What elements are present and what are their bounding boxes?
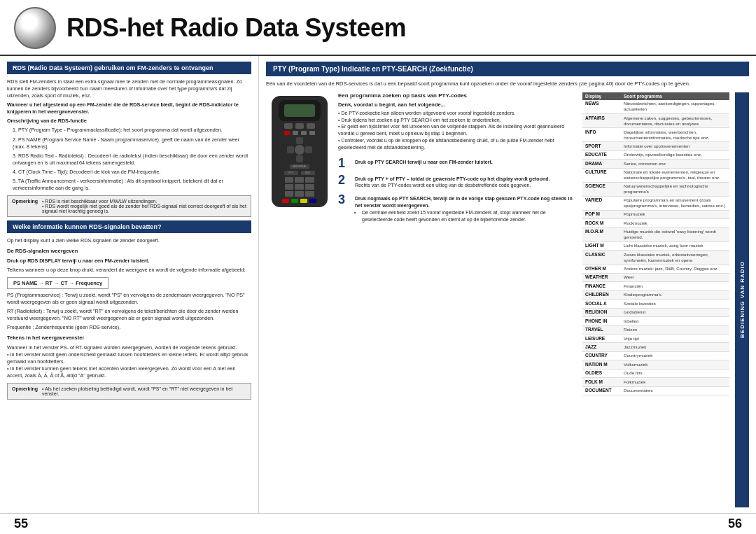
table-cell-display: OLDIES [582, 369, 621, 377]
table-cell-display: DOCUMENT [582, 386, 621, 395]
remote-num-5[interactable] [295, 184, 304, 190]
remote-red-btn[interactable] [282, 199, 289, 203]
step1-text: Druk op PTY SEARCH terwijl u naar een FM… [355, 157, 493, 166]
right-bottom: RDS.DISPLAY PTY SCH [266, 92, 749, 507]
table-cell-display: OTHER M [582, 265, 621, 273]
step2-bold: Druk op PTY + of PTY – totdat de gewenst… [355, 176, 550, 181]
right-section-header: PTY (Program Type) Indicatie en PTY-SEAR… [266, 62, 749, 76]
step1: 1 Druk op PTY SEARCH terwijl u naar een … [338, 157, 577, 169]
remote-dpad-down[interactable] [296, 155, 303, 162]
section2-instruction: Druk op RDS DISPLAY terwijl u naar een F… [7, 258, 251, 265]
flow-text: PS NAME → RT → CT → Frequency [13, 280, 102, 286]
remote-dpad-right[interactable] [305, 146, 312, 153]
section1-title: RDS (Radio Data Systeem) gebruiken om FM… [13, 64, 214, 71]
section1-header: RDS (Radio Data Systeem) gebruiken om FM… [7, 62, 251, 74]
remote-dpad-center[interactable] [295, 145, 304, 155]
table-cell-display: DRAMA [582, 160, 621, 168]
table-cell-program: Populaire programma's en amusement (zoal… [621, 196, 729, 210]
table-row: CULTURENationale en lokale evenementen, … [582, 168, 729, 182]
vertical-bar: BEDIENING VAN RADIO [735, 92, 749, 507]
step3-number: 3 [338, 193, 351, 206]
remote-num-3[interactable] [305, 177, 314, 183]
table-cell-program: Rockmuziek [621, 219, 729, 227]
table-cell-display: FINANCE [582, 282, 621, 290]
section2-intro: Op het display kunt u zien welke RDS-sig… [7, 237, 251, 244]
remote-dpad [287, 137, 312, 162]
table-row: FOLK MFolkmuziek [582, 378, 729, 386]
table-row: VARIEDPopulaire programma's en amusement… [582, 196, 729, 210]
section1-item2: 2. PS NAME (Program Service Name - Naam … [13, 136, 251, 150]
col-display: Display [582, 92, 621, 100]
section1-item3: 3. RDS Radio Text - Radiotekst) : Decode… [13, 153, 251, 167]
table-cell-display: VARIED [582, 196, 621, 210]
remote-green-btn[interactable] [291, 199, 298, 203]
remote-blue-btn[interactable] [309, 199, 316, 203]
table-cell-display: FOLK M [582, 378, 621, 386]
remote-num-7[interactable] [285, 191, 294, 197]
table-cell-display: NATION M [582, 360, 621, 369]
remote-dpad-up[interactable] [296, 137, 303, 144]
table-cell-program: Godsdienst [621, 308, 729, 316]
section2-title: Welke informatie kunnen RDS-signalen bev… [13, 223, 161, 230]
table-cell-display: ROCK M [582, 219, 621, 227]
table-cell-program: Volksmuziek [621, 360, 729, 369]
table-row: LEISUREVrije tijd [582, 335, 729, 343]
section1-item5: 5. TA (Traffic Announcement - verkeersin… [13, 178, 251, 192]
remote-control: RDS.DISPLAY PTY SCH [272, 96, 328, 207]
note1-text: • RDS is niet beschikbaar voor MW/LW uit… [42, 199, 246, 213]
table-cell-program: Documentaires [621, 386, 729, 395]
logo [14, 7, 56, 49]
right-panel: PTY (Program Type) Indicatie en PTY-SEAR… [259, 56, 756, 513]
tokens-title: Tekens in het weergavevenster [7, 335, 251, 342]
table-cell-display: NEWS [582, 100, 621, 114]
table-row: INFODagelijkse informaties, weerberichte… [582, 128, 729, 142]
right-top-desc: Eén van de voordelen van de RDS-services… [266, 80, 749, 88]
remote-top-buttons [284, 123, 315, 129]
table-cell-display: RELIGION [582, 308, 621, 316]
note1-box: Opmerking • RDS is niet beschikbaar voor… [7, 195, 251, 217]
remote-num-8[interactable] [295, 191, 304, 197]
section2-ps: PS (Programmaservice) : Terwij u zoekt, … [7, 292, 251, 306]
remote-num-4[interactable] [285, 184, 294, 190]
table-cell-display: EDUCATE [582, 150, 621, 159]
table-cell-display: WEATHER [582, 273, 621, 281]
remote-btn-sm-1 [293, 131, 298, 135]
remote-row3: RDS.DISPLAY [290, 164, 309, 169]
table-cell-display: PHONE IN [582, 317, 621, 325]
table-cell-program: Algemene zaken, suggesties, gebeurteniss… [621, 114, 729, 128]
table-cell-display: JAZZ [582, 343, 621, 351]
remote-yellow-btn[interactable] [300, 199, 307, 203]
remote-num-9[interactable] [305, 191, 314, 197]
remote-search-btn[interactable]: SCH [301, 171, 315, 175]
remote-power-btn[interactable] [284, 131, 290, 135]
pty-table-body: NEWSNieuwsberichten, aankondigingen, rap… [582, 100, 729, 395]
remote-num-1[interactable] [285, 177, 294, 183]
table-cell-program: Natuurwetenschappelijke en technologisch… [621, 182, 729, 196]
table-cell-display: SOCIAL A [582, 300, 621, 308]
table-cell-program: Huidige muziek die ookwel 'easy listenin… [621, 227, 729, 241]
step3: 3 Druk nogmaals op PTY SEARCH, terwijl d… [338, 193, 577, 224]
remote-num-6[interactable] [305, 184, 314, 190]
remote-btn-sm-2 [301, 131, 307, 135]
remote-row4: PTY SCH [284, 171, 315, 175]
table-row: POP MPopmuziek [582, 210, 729, 218]
page-title: RDS-het Radio Data Systeem [66, 13, 406, 43]
remote-dpad-left[interactable] [287, 146, 294, 153]
section2-rt: RT (Radiotekst) : Terwij u zoekt, wordt … [7, 308, 251, 322]
table-cell-program: Licht klassieke muziek, zang koor muziek [621, 241, 729, 250]
table-row: JAZZJazzmuziek [582, 343, 729, 351]
table-cell-display: LEISURE [582, 335, 621, 343]
remote-rds-display[interactable]: RDS.DISPLAY [290, 164, 309, 169]
table-cell-display: SPORT [582, 142, 621, 150]
table-cell-program: Zware klassieke muziek, orkestuitvoering… [621, 251, 729, 265]
remote-num-2[interactable] [295, 177, 304, 183]
table-row: OLDIESOude hits [582, 369, 729, 377]
table-cell-display: CULTURE [582, 168, 621, 182]
step3-bold: Druk nogmaals op PTY SEARCH, terwijl de … [355, 196, 573, 208]
remote-pty-btn[interactable]: PTY [284, 171, 298, 175]
table-row: SCIENCENatuurwetenschappelijke en techno… [582, 182, 729, 196]
steps-intro-title: Denk, voordat u begint, aan het volgende… [338, 101, 577, 108]
section2-details: PS (Programmaservice) : Terwij u zoekt, … [7, 292, 251, 379]
pty-table: Display Soort programma NEWSNieuwsberich… [582, 92, 729, 395]
section2-content: Op het display kunt u zien welke RDS-sig… [7, 237, 251, 274]
